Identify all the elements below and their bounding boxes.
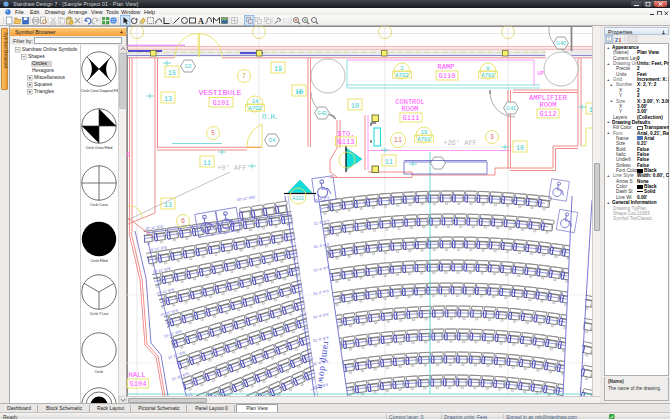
svg-text:G110: G110 [439,72,456,80]
svg-text:2: 2 [400,65,403,72]
svg-text:VESTIBULE: VESTIBULE [198,88,241,97]
svg-text:HALL: HALL [129,371,146,379]
svg-text:G101: G101 [213,99,230,107]
svg-text:A702: A702 [248,105,261,112]
svg-text:ROOM: ROOM [402,105,419,113]
svg-text:E: E [127,151,130,159]
svg-text:11: 11 [394,137,402,144]
svg-text:7: 7 [242,73,246,80]
svg-text:A702: A702 [481,72,494,79]
svg-text:15: 15 [168,70,176,77]
svg-text:10: 10 [351,103,359,110]
svg-text:11: 11 [385,159,393,166]
svg-text:O.H.: O.H. [262,113,279,121]
svg-text:31'-4" 8"3': 31'-4" 8"3' [313,312,330,319]
svg-text:5: 5 [211,130,215,137]
svg-text:14: 14 [252,98,259,105]
svg-text:A: A [198,16,204,25]
svg-text:RAMP: RAMP [438,63,455,71]
svg-text:3: 3 [490,134,494,141]
svg-text:31'-4" 8"3': 31'-4" 8"3' [313,266,330,273]
svg-text:10: 10 [295,89,303,96]
svg-text:+26' AFF: +26' AFF [443,139,477,147]
svg-text:+0' AFF: +0' AFF [217,164,246,172]
svg-text:19: 19 [421,129,428,136]
svg-text:13: 13 [164,202,172,209]
svg-text:6: 6 [181,218,185,225]
svg-text:ROOM: ROOM [540,101,557,109]
svg-text:13: 13 [164,96,172,103]
svg-text:G4: G4 [269,137,276,143]
svg-text:10: 10 [516,145,524,152]
svg-text:A702: A702 [395,72,408,79]
svg-text:11: 11 [203,160,211,167]
svg-text:G41: G41 [506,105,516,111]
svg-text:G104: G104 [130,380,147,388]
svg-text:G40: G40 [556,40,566,46]
svg-text:A701: A701 [417,136,431,143]
svg-text:1: 1 [619,37,622,43]
svg-text:8: 8 [486,65,489,72]
svg-text:19: 19 [274,66,282,73]
svg-text:G42: G42 [317,110,327,116]
svg-text:G111: G111 [403,114,420,122]
svg-text:UP: UP [537,70,545,76]
svg-text:G112: G112 [540,110,557,118]
svg-text:60'-11" 885': 60'-11" 885' [237,195,256,202]
svg-text:G3: G3 [185,63,192,69]
svg-text:A102: A102 [292,195,304,201]
svg-text:G113: G113 [338,138,355,146]
